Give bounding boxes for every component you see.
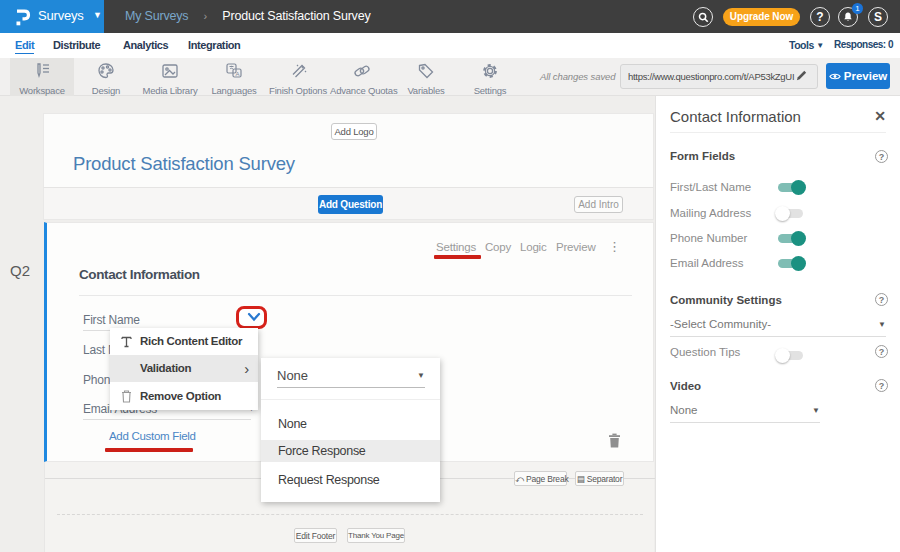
svg-text:A: A (235, 71, 239, 77)
